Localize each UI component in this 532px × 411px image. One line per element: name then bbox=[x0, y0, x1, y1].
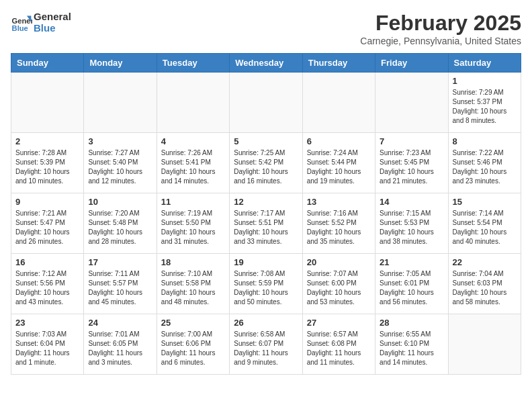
day-number: 23 bbox=[15, 318, 79, 328]
day-cell: 21Sunrise: 7:05 AMSunset: 6:01 PMDayligh… bbox=[375, 254, 448, 314]
day-cell: 24Sunrise: 7:01 AMSunset: 6:05 PMDayligh… bbox=[84, 314, 157, 375]
day-info: Sunrise: 7:04 AMSunset: 6:03 PMDaylight:… bbox=[453, 269, 517, 307]
day-cell bbox=[157, 73, 229, 133]
day-info: Sunrise: 7:29 AMSunset: 5:37 PMDaylight:… bbox=[453, 88, 517, 126]
day-cell: 20Sunrise: 7:07 AMSunset: 6:00 PMDayligh… bbox=[302, 254, 375, 314]
title-block: February 2025 Carnegie, Pennsylvania, Un… bbox=[360, 11, 521, 46]
week-row-3: 16Sunrise: 7:12 AMSunset: 5:56 PMDayligh… bbox=[11, 254, 521, 314]
day-cell: 1Sunrise: 7:29 AMSunset: 5:37 PMDaylight… bbox=[448, 73, 521, 133]
week-row-2: 9Sunrise: 7:21 AMSunset: 5:47 PMDaylight… bbox=[11, 193, 521, 254]
day-info: Sunrise: 7:07 AMSunset: 6:00 PMDaylight:… bbox=[307, 269, 371, 307]
day-number: 7 bbox=[380, 136, 443, 146]
day-number: 13 bbox=[307, 197, 371, 207]
day-cell: 28Sunrise: 6:55 AMSunset: 6:10 PMDayligh… bbox=[375, 314, 448, 375]
day-info: Sunrise: 7:05 AMSunset: 6:01 PMDaylight:… bbox=[380, 269, 443, 307]
day-cell: 3Sunrise: 7:27 AMSunset: 5:40 PMDaylight… bbox=[84, 133, 157, 193]
day-cell: 4Sunrise: 7:26 AMSunset: 5:41 PMDaylight… bbox=[157, 133, 229, 193]
day-cell: 13Sunrise: 7:16 AMSunset: 5:52 PMDayligh… bbox=[302, 193, 375, 254]
day-cell: 19Sunrise: 7:08 AMSunset: 5:59 PMDayligh… bbox=[230, 254, 302, 314]
day-number: 5 bbox=[234, 136, 298, 146]
calendar: SundayMondayTuesdayWednesdayThursdayFrid… bbox=[11, 53, 521, 375]
week-row-4: 23Sunrise: 7:03 AMSunset: 6:04 PMDayligh… bbox=[11, 314, 521, 375]
day-cell bbox=[375, 73, 448, 133]
day-number: 10 bbox=[88, 197, 152, 207]
weekday-tuesday: Tuesday bbox=[157, 54, 229, 73]
svg-text:Blue: Blue bbox=[12, 24, 28, 32]
weekday-wednesday: Wednesday bbox=[230, 54, 302, 73]
day-number: 3 bbox=[88, 136, 152, 146]
day-cell: 23Sunrise: 7:03 AMSunset: 6:04 PMDayligh… bbox=[11, 314, 84, 375]
day-cell: 15Sunrise: 7:14 AMSunset: 5:54 PMDayligh… bbox=[448, 193, 521, 254]
day-number: 26 bbox=[234, 318, 298, 328]
day-cell: 26Sunrise: 6:58 AMSunset: 6:07 PMDayligh… bbox=[230, 314, 302, 375]
weekday-sunday: Sunday bbox=[11, 54, 84, 73]
day-cell: 12Sunrise: 7:17 AMSunset: 5:51 PMDayligh… bbox=[230, 193, 302, 254]
day-cell: 8Sunrise: 7:22 AMSunset: 5:46 PMDaylight… bbox=[448, 133, 521, 193]
day-cell: 25Sunrise: 7:00 AMSunset: 6:06 PMDayligh… bbox=[157, 314, 229, 375]
day-info: Sunrise: 7:26 AMSunset: 5:41 PMDaylight:… bbox=[161, 148, 225, 186]
day-info: Sunrise: 6:58 AMSunset: 6:07 PMDaylight:… bbox=[234, 330, 298, 367]
day-number: 22 bbox=[453, 257, 517, 267]
day-number: 19 bbox=[234, 257, 298, 267]
day-cell: 14Sunrise: 7:15 AMSunset: 5:53 PMDayligh… bbox=[375, 193, 448, 254]
day-number: 14 bbox=[380, 197, 443, 207]
day-number: 18 bbox=[161, 257, 225, 267]
day-cell bbox=[84, 73, 157, 133]
weekday-header-row: SundayMondayTuesdayWednesdayThursdayFrid… bbox=[11, 54, 521, 73]
day-cell: 5Sunrise: 7:25 AMSunset: 5:42 PMDaylight… bbox=[230, 133, 302, 193]
day-cell: 9Sunrise: 7:21 AMSunset: 5:47 PMDaylight… bbox=[11, 193, 84, 254]
day-info: Sunrise: 7:11 AMSunset: 5:57 PMDaylight:… bbox=[88, 269, 152, 307]
weekday-friday: Friday bbox=[375, 54, 448, 73]
day-cell bbox=[302, 73, 375, 133]
day-number: 15 bbox=[453, 197, 517, 207]
day-number: 12 bbox=[234, 197, 298, 207]
day-cell: 11Sunrise: 7:19 AMSunset: 5:50 PMDayligh… bbox=[157, 193, 229, 254]
day-number: 28 bbox=[380, 318, 443, 328]
day-cell: 22Sunrise: 7:04 AMSunset: 6:03 PMDayligh… bbox=[448, 254, 521, 314]
day-info: Sunrise: 7:20 AMSunset: 5:48 PMDaylight:… bbox=[88, 209, 152, 246]
day-number: 16 bbox=[15, 257, 79, 267]
day-info: Sunrise: 7:01 AMSunset: 6:05 PMDaylight:… bbox=[88, 330, 152, 367]
calendar-body: 1Sunrise: 7:29 AMSunset: 5:37 PMDaylight… bbox=[11, 73, 521, 375]
day-cell: 10Sunrise: 7:20 AMSunset: 5:48 PMDayligh… bbox=[84, 193, 157, 254]
day-number: 2 bbox=[15, 136, 79, 146]
day-info: Sunrise: 7:19 AMSunset: 5:50 PMDaylight:… bbox=[161, 209, 225, 246]
day-number: 25 bbox=[161, 318, 225, 328]
day-number: 8 bbox=[453, 136, 517, 146]
day-info: Sunrise: 7:16 AMSunset: 5:52 PMDaylight:… bbox=[307, 209, 371, 246]
day-number: 17 bbox=[88, 257, 152, 267]
day-info: Sunrise: 7:21 AMSunset: 5:47 PMDaylight:… bbox=[15, 209, 79, 246]
day-info: Sunrise: 7:27 AMSunset: 5:40 PMDaylight:… bbox=[88, 148, 152, 186]
day-cell bbox=[230, 73, 302, 133]
day-cell: 2Sunrise: 7:28 AMSunset: 5:39 PMDaylight… bbox=[11, 133, 84, 193]
day-number: 1 bbox=[453, 76, 517, 86]
weekday-thursday: Thursday bbox=[302, 54, 375, 73]
day-number: 21 bbox=[380, 257, 443, 267]
day-cell: 16Sunrise: 7:12 AMSunset: 5:56 PMDayligh… bbox=[11, 254, 84, 314]
day-number: 27 bbox=[307, 318, 371, 328]
day-info: Sunrise: 7:22 AMSunset: 5:46 PMDaylight:… bbox=[453, 148, 517, 186]
week-row-1: 2Sunrise: 7:28 AMSunset: 5:39 PMDaylight… bbox=[11, 133, 521, 193]
day-info: Sunrise: 7:15 AMSunset: 5:53 PMDaylight:… bbox=[380, 209, 443, 246]
day-info: Sunrise: 6:55 AMSunset: 6:10 PMDaylight:… bbox=[380, 330, 443, 367]
day-info: Sunrise: 7:03 AMSunset: 6:04 PMDaylight:… bbox=[15, 330, 79, 367]
weekday-monday: Monday bbox=[84, 54, 157, 73]
day-info: Sunrise: 7:10 AMSunset: 5:58 PMDaylight:… bbox=[161, 269, 225, 307]
day-info: Sunrise: 7:25 AMSunset: 5:42 PMDaylight:… bbox=[234, 148, 298, 186]
calendar-header: SundayMondayTuesdayWednesdayThursdayFrid… bbox=[11, 54, 521, 73]
day-info: Sunrise: 6:57 AMSunset: 6:08 PMDaylight:… bbox=[307, 330, 371, 367]
day-number: 24 bbox=[88, 318, 152, 328]
day-cell: 27Sunrise: 6:57 AMSunset: 6:08 PMDayligh… bbox=[302, 314, 375, 375]
logo-icon: General Blue bbox=[11, 11, 32, 33]
day-info: Sunrise: 7:14 AMSunset: 5:54 PMDaylight:… bbox=[453, 209, 517, 246]
day-cell bbox=[11, 73, 84, 133]
day-number: 9 bbox=[15, 197, 79, 207]
day-cell: 7Sunrise: 7:23 AMSunset: 5:45 PMDaylight… bbox=[375, 133, 448, 193]
logo-text-line2: Blue bbox=[34, 22, 71, 34]
day-info: Sunrise: 7:17 AMSunset: 5:51 PMDaylight:… bbox=[234, 209, 298, 246]
page-header: General Blue General Blue February 2025 … bbox=[11, 11, 521, 46]
day-info: Sunrise: 7:00 AMSunset: 6:06 PMDaylight:… bbox=[161, 330, 225, 367]
weekday-saturday: Saturday bbox=[448, 54, 521, 73]
day-cell bbox=[448, 314, 521, 375]
logo: General Blue General Blue bbox=[11, 11, 71, 34]
